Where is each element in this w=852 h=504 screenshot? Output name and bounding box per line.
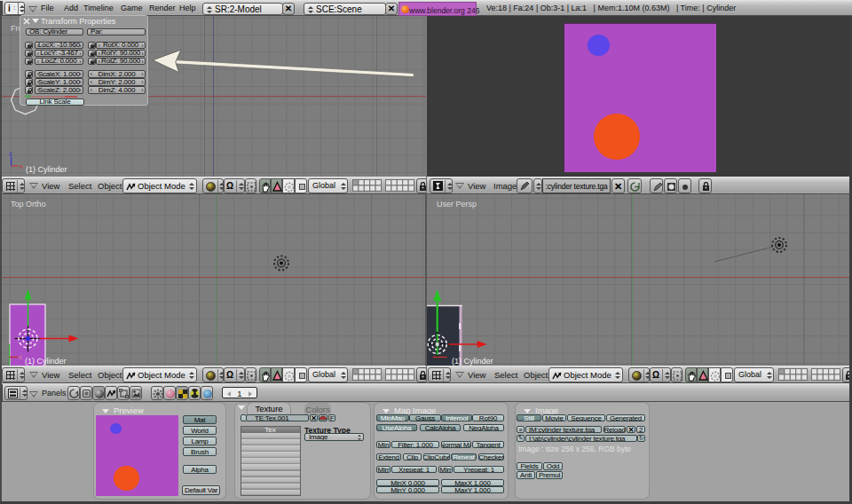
svg-text:x: x bbox=[20, 162, 23, 170]
svg-text:z: z bbox=[9, 150, 12, 158]
svg-text:x: x bbox=[19, 353, 22, 361]
